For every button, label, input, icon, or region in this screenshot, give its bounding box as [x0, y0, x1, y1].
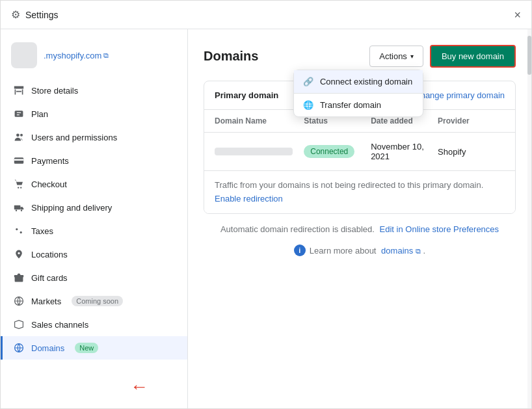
- sidebar-item-locations[interactable]: Locations: [1, 243, 187, 266]
- status-cell: Connected: [304, 145, 371, 158]
- gift-icon: [13, 272, 25, 284]
- actions-label: Actions: [379, 51, 407, 61]
- svg-point-6: [20, 187, 21, 188]
- sidebar-label-users: Users and permissions: [31, 133, 117, 142]
- store-icon: [13, 85, 25, 96]
- svg-rect-0: [15, 111, 23, 117]
- notice-section: Traffic from your domains is not being r…: [204, 171, 515, 213]
- sidebar-item-taxes[interactable]: Taxes: [1, 219, 187, 243]
- svg-rect-7: [14, 205, 21, 209]
- sidebar-item-shipping[interactable]: Shipping and delivery: [1, 196, 187, 219]
- store-url-link[interactable]: .myshopify.com: [44, 51, 109, 60]
- sidebar-item-store-details[interactable]: Store details: [1, 79, 187, 102]
- sidebar-label-sales-channels: Sales channels: [31, 320, 88, 330]
- channels-icon: [13, 319, 25, 330]
- edit-online-store-link[interactable]: Edit in Online store Preferences: [380, 224, 499, 234]
- sidebar-label-locations: Locations: [31, 250, 68, 259]
- domain-name-cell: [215, 148, 304, 155]
- close-button[interactable]: ×: [514, 9, 521, 21]
- sidebar-label-gift-cards: Gift cards: [31, 273, 68, 283]
- auto-redirect-text: Automatic domain redirection is disabled…: [220, 224, 375, 234]
- location-icon: [13, 248, 25, 260]
- col-status: Status: [304, 116, 371, 125]
- domains-header: Domains Actions ▾ 🔗 Connect existing dom…: [204, 45, 516, 68]
- sidebar-item-plan[interactable]: Plan: [1, 102, 187, 125]
- users-icon: [13, 131, 25, 143]
- buy-new-domain-button[interactable]: Buy new domain: [430, 45, 516, 68]
- sidebar-item-domains[interactable]: Domains New: [1, 336, 187, 360]
- status-badge: Connected: [304, 145, 354, 158]
- svg-point-1: [16, 133, 20, 137]
- link-icon: 🔗: [303, 77, 313, 86]
- title-bar: ⚙ Settings ×: [1, 1, 531, 29]
- change-primary-domain-link[interactable]: Change primary domain: [414, 90, 505, 100]
- sidebar-label-store-details: Store details: [31, 86, 78, 96]
- provider-cell: Shopify: [438, 147, 505, 157]
- learn-more-static: Learn more about: [310, 246, 377, 256]
- learn-more-section: i Learn more about domains ⧉ .: [204, 244, 516, 256]
- scrollbar-track[interactable]: [527, 29, 531, 408]
- sidebar: .myshopify.com Store details Plan: [1, 29, 188, 408]
- globe-transfer-icon: 🌐: [303, 100, 313, 110]
- auto-redirect-notice: Automatic domain redirection is disabled…: [204, 224, 516, 234]
- col-domain-name: Domain Name: [215, 116, 304, 125]
- svg-point-5: [18, 187, 19, 188]
- sidebar-item-payments[interactable]: Payments: [1, 149, 187, 172]
- store-header: .myshopify.com: [1, 37, 187, 79]
- learn-more-text: Learn more about domains ⧉ .: [310, 246, 425, 256]
- domains-link[interactable]: domains: [381, 246, 413, 256]
- window-title: Settings: [25, 10, 59, 20]
- col-provider: Provider: [438, 116, 505, 125]
- sidebar-item-gift-cards[interactable]: Gift cards: [1, 266, 187, 289]
- main-layout: .myshopify.com Store details Plan: [1, 29, 531, 408]
- content-area: Domains Actions ▾ 🔗 Connect existing dom…: [188, 29, 531, 408]
- new-badge: New: [75, 343, 98, 353]
- sidebar-item-markets[interactable]: Markets Coming soon: [1, 289, 187, 313]
- redirection-notice: Traffic from your domains is not being r…: [215, 180, 505, 190]
- scrollbar-thumb[interactable]: [527, 36, 531, 75]
- primary-domain-label: Primary domain: [215, 90, 278, 100]
- sidebar-item-sales-channels[interactable]: Sales channels: [1, 313, 187, 336]
- svg-point-10: [16, 228, 18, 230]
- connect-domain-label: Connect existing domain: [320, 77, 412, 86]
- domains-globe-icon: [13, 342, 25, 354]
- svg-rect-14: [14, 275, 23, 277]
- enable-redirection-link[interactable]: Enable redirection: [215, 194, 283, 204]
- page-title: Domains: [204, 49, 363, 64]
- sidebar-label-domains: Domains: [31, 343, 64, 353]
- transfer-domain-item[interactable]: 🌐 Transfer domain: [294, 94, 423, 116]
- sidebar-label-checkout: Checkout: [31, 179, 67, 189]
- sidebar-item-users[interactable]: Users and permissions: [1, 125, 187, 149]
- svg-point-9: [21, 210, 22, 211]
- sidebar-label-taxes: Taxes: [31, 226, 53, 236]
- svg-point-8: [16, 210, 17, 211]
- settings-window: ⚙ Settings × .myshopify.com Store detail…: [0, 0, 532, 409]
- table-row: Connected November 10, 2021 Shopify: [204, 133, 515, 171]
- svg-point-12: [18, 252, 20, 254]
- sidebar-label-markets: Markets: [31, 297, 61, 306]
- checkout-icon: [13, 178, 25, 190]
- svg-point-11: [20, 231, 22, 233]
- red-arrow-icon: ←: [130, 376, 148, 397]
- svg-rect-4: [14, 159, 23, 161]
- date-added-cell: November 10, 2021: [371, 142, 438, 161]
- sidebar-nav: Store details Plan Users and permissions: [1, 79, 187, 360]
- plan-icon: [13, 108, 25, 120]
- gear-icon: ⚙: [11, 8, 20, 21]
- domain-placeholder: [215, 148, 293, 155]
- payments-icon: [13, 155, 25, 166]
- arrow-indicator: ←: [130, 376, 148, 397]
- store-avatar: [11, 42, 37, 68]
- connect-existing-domain-item[interactable]: 🔗 Connect existing domain: [294, 70, 423, 94]
- actions-button[interactable]: Actions ▾: [369, 46, 423, 67]
- col-date-added: Date added: [371, 116, 438, 125]
- actions-dropdown: 🔗 Connect existing domain 🌐 Transfer dom…: [293, 70, 423, 117]
- period: .: [423, 246, 426, 256]
- shipping-icon: [13, 202, 25, 213]
- external-link-icon: ⧉: [416, 247, 421, 255]
- svg-rect-13: [15, 276, 23, 282]
- sidebar-item-checkout[interactable]: Checkout: [1, 172, 187, 196]
- taxes-icon: [13, 225, 25, 237]
- sidebar-label-plan: Plan: [31, 109, 48, 119]
- sidebar-label-payments: Payments: [31, 156, 69, 166]
